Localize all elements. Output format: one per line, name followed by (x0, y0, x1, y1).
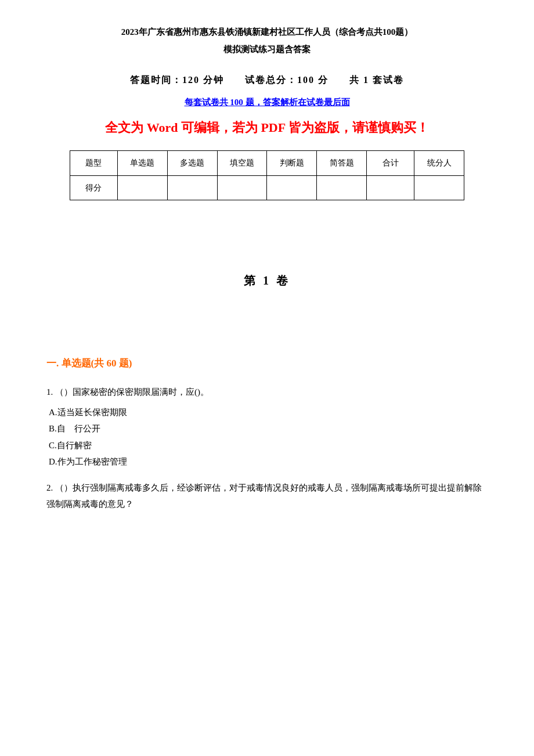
total-label: 试卷总分：100 分 (245, 75, 329, 85)
volume-label: 第 1 卷 (46, 270, 488, 291)
table-score-multi (167, 175, 217, 200)
table-header-type: 题型 (70, 151, 118, 175)
question-2-text: 2. （）执行强制隔离戒毒多久后，经诊断评估，对于戒毒情况良好的戒毒人员，强制隔… (46, 480, 488, 513)
notice2: 全文为 Word 可编辑，若为 PDF 皆为盗版，请谨慎购买！ (46, 116, 488, 139)
table-score-judge (267, 175, 317, 200)
meta-row: 答题时间：120 分钟 试卷总分：100 分 共 1 套试卷 (46, 72, 488, 89)
score-table: 题型 单选题 多选题 填空题 判断题 简答题 合计 统分人 得分 (70, 150, 464, 200)
question-1-option-c: C.自行解密 (49, 437, 488, 454)
question-1-option-d: D.作为工作秘密管理 (49, 453, 488, 470)
title-line2: 模拟测试练习题含答案 (46, 41, 488, 58)
table-header-judge: 判断题 (267, 151, 317, 175)
question-1: 1. （）国家秘密的保密期限届满时，应()。 A.适当延长保密期限 B.自 行公… (46, 384, 488, 470)
header-section: 2023年广东省惠州市惠东县铁涌镇新建村社区工作人员（综合考点共100题） 模拟… (46, 23, 488, 58)
score-table-wrapper: 题型 单选题 多选题 填空题 判断题 简答题 合计 统分人 得分 (70, 150, 464, 200)
question-1-text: 1. （）国家秘密的保密期限届满时，应()。 (46, 384, 488, 401)
table-header-short: 简答题 (317, 151, 367, 175)
table-score-total (367, 175, 414, 200)
table-score-label: 得分 (70, 175, 118, 200)
table-score-short (317, 175, 367, 200)
table-score-single (117, 175, 167, 200)
table-header-scorer: 统分人 (414, 151, 464, 175)
table-header-single: 单选题 (117, 151, 167, 175)
section1-title: 一. 单选题(共 60 题) (46, 355, 488, 373)
question-1-option-b: B.自 行公开 (49, 420, 488, 437)
table-score-scorer (414, 175, 464, 200)
sets-label: 共 1 套试卷 (349, 75, 404, 85)
table-header-fill: 填空题 (217, 151, 267, 175)
table-header-total: 合计 (367, 151, 414, 175)
question-2: 2. （）执行强制隔离戒毒多久后，经诊断评估，对于戒毒情况良好的戒毒人员，强制隔… (46, 480, 488, 513)
time-label: 答题时间：120 分钟 (130, 75, 224, 85)
title-line1: 2023年广东省惠州市惠东县铁涌镇新建村社区工作人员（综合考点共100题） (46, 23, 488, 41)
table-score-row: 得分 (70, 175, 464, 200)
table-header-row: 题型 单选题 多选题 填空题 判断题 简答题 合计 统分人 (70, 151, 464, 175)
question-1-option-a: A.适当延长保密期限 (49, 404, 488, 421)
table-score-fill (217, 175, 267, 200)
table-header-multi: 多选题 (167, 151, 217, 175)
header-title: 2023年广东省惠州市惠东县铁涌镇新建村社区工作人员（综合考点共100题） 模拟… (46, 23, 488, 58)
notice1: 每套试卷共 100 题，答案解析在试卷最后面 (46, 95, 488, 110)
